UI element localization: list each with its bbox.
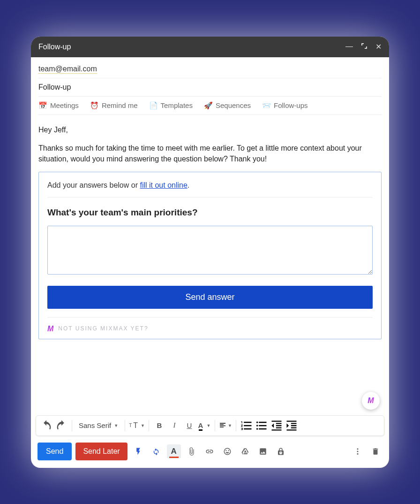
- calendar-icon: 📅: [38, 101, 47, 110]
- poll-card: Add your answers below or fill it out on…: [38, 172, 382, 339]
- poll-question: What's your team's main priorities?: [47, 206, 373, 219]
- mm-followups[interactable]: 📨 Follow-ups: [262, 101, 308, 110]
- image-icon[interactable]: [256, 444, 270, 458]
- font-size-select[interactable]: TT ▼: [129, 419, 145, 432]
- emoji-icon[interactable]: [220, 444, 234, 458]
- svg-point-0: [357, 448, 359, 450]
- to-field[interactable]: team@email.com: [38, 60, 382, 78]
- text-color-button[interactable]: A ▼: [198, 419, 211, 432]
- font-family-select[interactable]: Sans Serif ▼: [76, 421, 121, 429]
- email-body[interactable]: Hey Jeff, Thanks so much for taking the …: [31, 115, 389, 415]
- lock-clock-icon[interactable]: [274, 444, 288, 458]
- poll-fill-online-link[interactable]: fill it out online: [140, 181, 187, 189]
- svg-point-1: [357, 451, 359, 452]
- chevron-down-icon: ▼: [114, 423, 118, 428]
- mm-templates[interactable]: 📄 Templates: [149, 101, 193, 110]
- mixmax-float-badge[interactable]: M: [362, 392, 380, 410]
- bulleted-list-button[interactable]: [255, 419, 268, 432]
- drive-icon[interactable]: [238, 444, 252, 458]
- to-value: team@email.com: [38, 65, 97, 74]
- mm-remind[interactable]: ⏰ Remind me: [90, 101, 138, 110]
- envelope-icon: 📨: [262, 101, 271, 110]
- action-bar: Send Send Later A: [31, 436, 389, 468]
- refresh-icon[interactable]: [149, 444, 163, 458]
- mixmax-logo-icon: M: [47, 323, 53, 334]
- lightning-icon[interactable]: [131, 444, 145, 458]
- indent-more-button[interactable]: [285, 419, 298, 432]
- bold-button[interactable]: B: [153, 419, 166, 432]
- subject-value: Follow-up: [38, 83, 71, 91]
- chevron-down-icon: ▼: [228, 423, 232, 428]
- subject-field[interactable]: Follow-up: [38, 78, 382, 97]
- undo-icon[interactable]: [40, 419, 53, 432]
- indent-less-button[interactable]: [270, 419, 283, 432]
- body-para: Thanks so much for taking the time to me…: [38, 143, 382, 164]
- minimize-icon[interactable]: [345, 42, 353, 51]
- chevron-down-icon: ▼: [206, 423, 210, 428]
- compose-window: Follow-up team@email.com Follow-up 📅 Mee…: [31, 37, 389, 468]
- chevron-down-icon: ▼: [141, 423, 145, 428]
- expand-icon[interactable]: [361, 42, 367, 51]
- mixmax-logo-icon: M: [368, 395, 374, 406]
- rocket-icon: 🚀: [204, 101, 213, 110]
- format-toolbar: Sans Serif ▼ TT ▼ B I U A ▼ ▼: [36, 415, 384, 436]
- close-icon[interactable]: [375, 42, 382, 51]
- send-later-button[interactable]: Send Later: [75, 443, 127, 460]
- attach-icon[interactable]: [185, 444, 199, 458]
- poll-lead: Add your answers below or fill it out on…: [47, 180, 373, 198]
- svg-point-2: [357, 453, 359, 454]
- poll-send-button[interactable]: Send answer: [47, 286, 373, 309]
- numbered-list-button[interactable]: [240, 419, 253, 432]
- poll-footer[interactable]: M NOT USING MIXMAX YET?: [47, 317, 373, 334]
- window-title: Follow-up: [38, 43, 345, 51]
- align-button[interactable]: ▼: [219, 419, 232, 432]
- send-button[interactable]: Send: [38, 443, 72, 460]
- poll-answer-textarea[interactable]: [47, 226, 373, 275]
- trash-icon[interactable]: [368, 444, 382, 458]
- clock-icon: ⏰: [90, 101, 99, 110]
- template-icon: 📄: [149, 101, 158, 110]
- title-bar: Follow-up: [31, 37, 389, 57]
- more-icon[interactable]: [351, 444, 365, 458]
- body-greeting: Hey Jeff,: [38, 124, 382, 135]
- link-icon[interactable]: [202, 444, 217, 458]
- redo-icon[interactable]: [55, 419, 68, 432]
- text-color-action[interactable]: A: [167, 444, 181, 458]
- underline-button[interactable]: U: [183, 419, 196, 432]
- italic-button[interactable]: I: [168, 419, 181, 432]
- mm-meetings[interactable]: 📅 Meetings: [38, 101, 79, 110]
- mm-sequences[interactable]: 🚀 Sequences: [204, 101, 251, 110]
- mixmax-toolbar: 📅 Meetings ⏰ Remind me 📄 Templates 🚀 Seq…: [38, 97, 382, 115]
